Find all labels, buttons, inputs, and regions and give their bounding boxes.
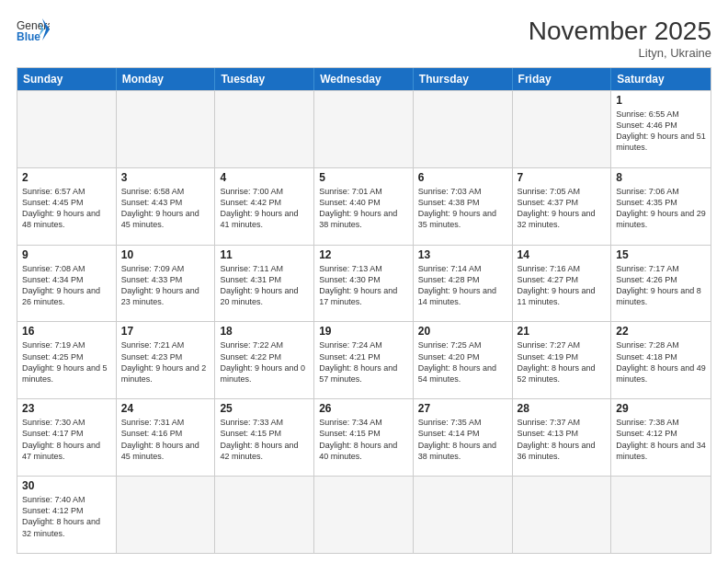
day-info: Sunrise: 7:25 AM Sunset: 4:20 PM Dayligh… (418, 339, 507, 385)
day-number: 22 (616, 325, 706, 338)
day-info: Sunrise: 7:37 AM Sunset: 4:13 PM Dayligh… (518, 417, 607, 462)
day-info: Sunrise: 7:03 AM Sunset: 4:38 PM Dayligh… (418, 186, 507, 231)
day-of-week-monday: Monday (117, 68, 216, 90)
svg-text:Blue: Blue (17, 30, 40, 42)
calendar-cell (215, 91, 314, 167)
calendar-cell (117, 91, 216, 167)
day-number: 16 (22, 325, 111, 338)
calendar-cell: 10Sunrise: 7:09 AM Sunset: 4:33 PM Dayli… (117, 246, 216, 322)
calendar-cell: 6Sunrise: 7:03 AM Sunset: 4:38 PM Daylig… (414, 168, 513, 245)
day-info: Sunrise: 7:28 AM Sunset: 4:18 PM Dayligh… (616, 339, 706, 385)
day-number: 14 (518, 248, 607, 261)
calendar-cell: 1Sunrise: 6:55 AM Sunset: 4:46 PM Daylig… (611, 91, 711, 167)
day-of-week-saturday: Saturday (611, 68, 711, 90)
calendar-cell: 25Sunrise: 7:33 AM Sunset: 4:15 PM Dayli… (215, 399, 314, 476)
header: General Blue November 2025 Lityn, Ukrain… (17, 17, 711, 60)
day-number: 12 (319, 248, 408, 261)
day-number: 2 (22, 171, 111, 184)
day-number: 23 (22, 402, 111, 415)
day-info: Sunrise: 7:21 AM Sunset: 4:23 PM Dayligh… (121, 339, 210, 385)
calendar-cell: 21Sunrise: 7:27 AM Sunset: 4:19 PM Dayli… (513, 322, 612, 398)
calendar-cell (314, 91, 414, 167)
day-number: 3 (121, 171, 210, 184)
calendar-cell: 11Sunrise: 7:11 AM Sunset: 4:31 PM Dayli… (215, 246, 314, 322)
day-info: Sunrise: 7:14 AM Sunset: 4:28 PM Dayligh… (418, 263, 507, 308)
calendar-cell (414, 477, 513, 553)
title-block: November 2025 Lityn, Ukraine (529, 17, 711, 60)
day-info: Sunrise: 7:06 AM Sunset: 4:35 PM Dayligh… (616, 186, 706, 231)
calendar-row-2: 9Sunrise: 7:08 AM Sunset: 4:34 PM Daylig… (17, 245, 711, 322)
day-info: Sunrise: 7:05 AM Sunset: 4:37 PM Dayligh… (518, 186, 607, 231)
calendar-cell: 20Sunrise: 7:25 AM Sunset: 4:20 PM Dayli… (414, 322, 513, 398)
calendar-cell: 16Sunrise: 7:19 AM Sunset: 4:25 PM Dayli… (17, 322, 117, 398)
day-number: 30 (22, 479, 111, 492)
calendar-cell: 17Sunrise: 7:21 AM Sunset: 4:23 PM Dayli… (117, 322, 216, 398)
day-number: 13 (418, 248, 507, 261)
day-number: 7 (518, 171, 607, 184)
calendar-cell: 5Sunrise: 7:01 AM Sunset: 4:40 PM Daylig… (314, 168, 414, 245)
calendar-cell (513, 477, 612, 553)
day-number: 27 (418, 402, 507, 415)
calendar-row-1: 2Sunrise: 6:57 AM Sunset: 4:45 PM Daylig… (17, 167, 711, 245)
calendar-cell: 14Sunrise: 7:16 AM Sunset: 4:27 PM Dayli… (513, 246, 612, 322)
calendar-cell: 3Sunrise: 6:58 AM Sunset: 4:43 PM Daylig… (117, 168, 216, 245)
day-info: Sunrise: 7:30 AM Sunset: 4:17 PM Dayligh… (22, 417, 111, 462)
calendar-cell: 30Sunrise: 7:40 AM Sunset: 4:12 PM Dayli… (17, 477, 117, 553)
calendar-cell: 23Sunrise: 7:30 AM Sunset: 4:17 PM Dayli… (17, 399, 117, 476)
calendar-header: SundayMondayTuesdayWednesdayThursdayFrid… (17, 68, 711, 90)
day-number: 5 (319, 171, 408, 184)
calendar-cell: 15Sunrise: 7:17 AM Sunset: 4:26 PM Dayli… (611, 246, 711, 322)
day-of-week-thursday: Thursday (414, 68, 513, 90)
day-info: Sunrise: 6:55 AM Sunset: 4:46 PM Dayligh… (616, 109, 706, 154)
day-info: Sunrise: 6:58 AM Sunset: 4:43 PM Dayligh… (121, 186, 210, 231)
day-info: Sunrise: 7:35 AM Sunset: 4:14 PM Dayligh… (418, 417, 507, 462)
calendar-cell: 4Sunrise: 7:00 AM Sunset: 4:42 PM Daylig… (215, 168, 314, 245)
day-number: 21 (518, 325, 607, 338)
calendar-cell: 12Sunrise: 7:13 AM Sunset: 4:30 PM Dayli… (314, 246, 414, 322)
logo-icon: General Blue (17, 17, 50, 42)
day-info: Sunrise: 6:57 AM Sunset: 4:45 PM Dayligh… (22, 186, 111, 231)
day-number: 19 (319, 325, 408, 338)
day-info: Sunrise: 7:08 AM Sunset: 4:34 PM Dayligh… (22, 263, 111, 308)
day-number: 9 (22, 248, 111, 261)
location: Lityn, Ukraine (529, 46, 711, 60)
day-info: Sunrise: 7:31 AM Sunset: 4:16 PM Dayligh… (121, 417, 210, 462)
day-number: 20 (418, 325, 507, 338)
day-of-week-friday: Friday (513, 68, 612, 90)
day-info: Sunrise: 7:01 AM Sunset: 4:40 PM Dayligh… (319, 186, 408, 231)
calendar-cell: 26Sunrise: 7:34 AM Sunset: 4:15 PM Dayli… (314, 399, 414, 476)
calendar-cell: 13Sunrise: 7:14 AM Sunset: 4:28 PM Dayli… (414, 246, 513, 322)
day-number: 15 (616, 248, 706, 261)
day-info: Sunrise: 7:13 AM Sunset: 4:30 PM Dayligh… (319, 263, 408, 308)
day-of-week-wednesday: Wednesday (314, 68, 414, 90)
calendar-cell: 22Sunrise: 7:28 AM Sunset: 4:18 PM Dayli… (611, 322, 711, 398)
day-info: Sunrise: 7:16 AM Sunset: 4:27 PM Dayligh… (518, 263, 607, 308)
calendar-cell: 9Sunrise: 7:08 AM Sunset: 4:34 PM Daylig… (17, 246, 117, 322)
day-number: 26 (319, 402, 408, 415)
day-number: 24 (121, 402, 210, 415)
month-title: November 2025 (529, 17, 711, 46)
calendar-cell: 2Sunrise: 6:57 AM Sunset: 4:45 PM Daylig… (17, 168, 117, 245)
day-number: 6 (418, 171, 507, 184)
day-number: 17 (121, 325, 210, 338)
day-info: Sunrise: 7:19 AM Sunset: 4:25 PM Dayligh… (22, 339, 111, 385)
day-number: 1 (616, 94, 706, 107)
calendar-cell (17, 91, 117, 167)
calendar-cell: 18Sunrise: 7:22 AM Sunset: 4:22 PM Dayli… (215, 322, 314, 398)
day-number: 10 (121, 248, 210, 261)
day-number: 29 (616, 402, 706, 415)
calendar-cell: 19Sunrise: 7:24 AM Sunset: 4:21 PM Dayli… (314, 322, 414, 398)
day-info: Sunrise: 7:34 AM Sunset: 4:15 PM Dayligh… (319, 417, 408, 462)
day-number: 18 (220, 325, 309, 338)
day-info: Sunrise: 7:24 AM Sunset: 4:21 PM Dayligh… (319, 339, 408, 385)
calendar-cell (611, 477, 711, 553)
calendar-cell: 7Sunrise: 7:05 AM Sunset: 4:37 PM Daylig… (513, 168, 612, 245)
calendar-row-3: 16Sunrise: 7:19 AM Sunset: 4:25 PM Dayli… (17, 321, 711, 398)
page: General Blue November 2025 Lityn, Ukrain… (0, 0, 728, 563)
calendar-cell: 24Sunrise: 7:31 AM Sunset: 4:16 PM Dayli… (117, 399, 216, 476)
calendar-cell (117, 477, 216, 553)
logo: General Blue (17, 17, 50, 42)
day-info: Sunrise: 7:38 AM Sunset: 4:12 PM Dayligh… (616, 417, 706, 462)
day-info: Sunrise: 7:40 AM Sunset: 4:12 PM Dayligh… (22, 494, 111, 539)
day-of-week-tuesday: Tuesday (215, 68, 314, 90)
